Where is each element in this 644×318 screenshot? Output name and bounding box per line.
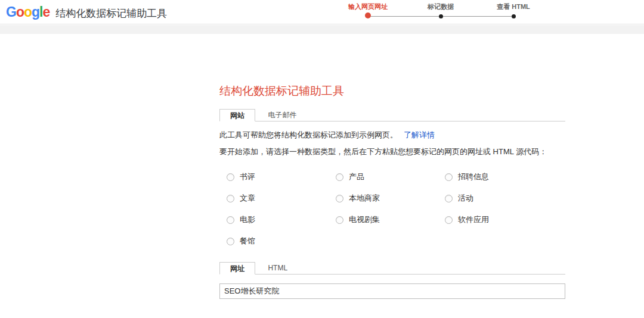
tab-website[interactable]: 网站 [219,109,255,121]
step-enter-url-dot-icon [365,13,371,18]
data-type-book-review[interactable]: 书评 [227,172,336,182]
step-enter-url-label: 输入网页网址 [335,3,401,10]
content-type-tabbar: 网站 电子邮件 [219,109,565,121]
data-type-software-app[interactable]: 软件应用 [445,214,554,225]
radio-icon [445,195,453,202]
radio-icon [227,173,234,181]
data-type-product[interactable]: 产品 [336,172,445,182]
radio-icon [227,216,234,224]
data-type-article[interactable]: 文章 [227,193,336,204]
data-type-options: 书评 产品 招聘信息 文章 本地商家 活动 [227,166,561,252]
radio-icon [336,195,343,202]
page: Google 结构化数据标记辅助工具 输入网页网址 标记数据 查看 HTML 结… [0,0,644,318]
step-tag-data-label: 标记数据 [408,3,473,10]
google-logo: Google [6,4,49,20]
data-type-event[interactable]: 活动 [445,193,554,204]
source-tabbar: 网址 HTML [219,262,565,275]
step-view-html: 查看 HTML [481,3,546,21]
app-header: Google 结构化数据标记辅助工具 输入网页网址 标记数据 查看 HTML [0,0,644,24]
data-type-restaurant[interactable]: 餐馆 [227,236,336,247]
radio-icon [336,216,343,224]
data-type-local-business[interactable]: 本地商家 [336,193,445,204]
instruction-text: 要开始添加，请选择一种数据类型，然后在下方粘贴您想要标记的网页的网址或 HTML… [219,147,547,156]
radio-icon [227,238,234,245]
data-type-movie[interactable]: 电影 [227,214,336,225]
data-type-job-posting[interactable]: 招聘信息 [445,172,554,182]
tab-email[interactable]: 电子邮件 [258,109,306,121]
page-title: 结构化数据标记辅助工具 [219,85,344,98]
radio-icon [445,216,453,224]
step-tag-data: 标记数据 [408,3,473,21]
step-tag-data-dot-icon [439,14,443,18]
app-title: 结构化数据标记辅助工具 [55,7,167,20]
data-type-tv-series[interactable]: 电视剧集 [336,214,445,225]
header-branding: Google 结构化数据标记辅助工具 [6,4,167,20]
step-view-html-label: 查看 HTML [481,3,546,10]
learn-more-link[interactable]: 了解详情 [404,130,435,139]
main-content: 结构化数据标记辅助工具 网站 电子邮件 此工具可帮助您将结构化数据标记添加到示例… [219,0,565,318]
step-enter-url: 输入网页网址 [335,3,401,21]
tab-html[interactable]: HTML [258,262,298,275]
radio-icon [336,173,343,181]
radio-icon [227,195,234,202]
radio-icon [445,173,453,181]
tab-url[interactable]: 网址 [219,262,255,275]
url-input[interactable] [219,283,565,299]
intro-text: 此工具可帮助您将结构化数据标记添加到示例网页。了解详情 [219,130,435,139]
intro-sentence: 此工具可帮助您将结构化数据标记添加到示例网页。 [219,130,398,139]
step-view-html-dot-icon [512,14,516,18]
